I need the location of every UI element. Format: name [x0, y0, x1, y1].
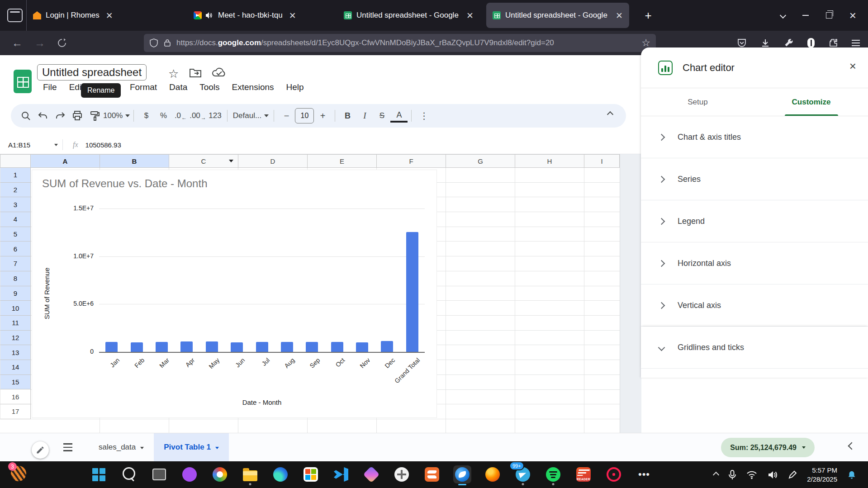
- decrease-font-size-button[interactable]: −: [278, 108, 295, 124]
- section-gridlines-and-ticks[interactable]: Gridlines and ticks: [641, 327, 868, 369]
- taskbar-icon-clipchamp[interactable]: [180, 465, 199, 483]
- reader-mode-icon[interactable]: [807, 38, 815, 48]
- taskbar-icon-opera-gx[interactable]: [605, 465, 623, 483]
- microphone-icon[interactable]: [728, 470, 736, 480]
- firefox-view-icon[interactable]: [7, 9, 23, 22]
- column-header-D[interactable]: D: [238, 154, 308, 168]
- all-sheets-icon[interactable]: [63, 443, 72, 451]
- taskbar-icon-chat[interactable]: 99+: [514, 465, 532, 483]
- row-header-10[interactable]: 10: [0, 301, 31, 316]
- browser-tab-2[interactable]: Meet - hao-tbki-tqu✕: [187, 0, 337, 31]
- row-header-8[interactable]: 8: [0, 271, 31, 286]
- downloads-icon[interactable]: [760, 38, 770, 48]
- row-header-3[interactable]: 3: [0, 197, 31, 212]
- taskbar-icon-designer[interactable]: [362, 465, 380, 483]
- chevron-right-icon[interactable]: [658, 302, 665, 309]
- undo-icon[interactable]: [34, 108, 52, 124]
- taskbar-icon-app-orange[interactable]: [423, 465, 441, 483]
- wifi-icon[interactable]: [746, 470, 757, 479]
- row-header-1[interactable]: 1: [0, 168, 31, 183]
- column-header-I[interactable]: I: [584, 154, 620, 168]
- row-header-2[interactable]: 2: [0, 183, 31, 198]
- embedded-chart[interactable]: SUM of Revenue vs. Date - Month SUM of R…: [32, 170, 437, 418]
- increase-decimal-button[interactable]: .00→: [189, 108, 206, 124]
- menu-file[interactable]: File: [43, 82, 57, 92]
- row-header-14[interactable]: 14: [0, 360, 31, 375]
- taskbar-icon-file-explorer[interactable]: [241, 465, 259, 483]
- tab-close-icon[interactable]: ✕: [106, 10, 113, 21]
- taskbar-icon-edge[interactable]: [271, 465, 289, 483]
- star-document-icon[interactable]: ☆: [168, 67, 179, 81]
- taskbar-overflow-item[interactable]: 3: [11, 466, 28, 483]
- extensions-puzzle-icon[interactable]: [828, 38, 838, 48]
- column-header-F[interactable]: F: [377, 154, 446, 168]
- format-percent-button[interactable]: %: [155, 108, 172, 124]
- row-header-5[interactable]: 5: [0, 227, 31, 242]
- taskbar-icon-search[interactable]: [120, 465, 138, 483]
- volume-icon[interactable]: [767, 470, 778, 479]
- more-formats-button[interactable]: 123: [206, 108, 223, 124]
- more-toolbar-icon[interactable]: ⋮: [415, 108, 432, 124]
- sheets-logo-icon[interactable]: [14, 70, 32, 93]
- row-header-12[interactable]: 12: [0, 331, 31, 346]
- column-header-G[interactable]: G: [446, 154, 515, 168]
- chevron-right-icon[interactable]: [658, 218, 665, 225]
- taskbar-icon-reader[interactable]: READER: [574, 465, 593, 483]
- chevron-right-icon[interactable]: [658, 175, 665, 183]
- url-bar[interactable]: https://docs.google.com/spreadsheets/d/1…: [144, 34, 656, 52]
- taskbar-icon-more[interactable]: •••: [635, 465, 653, 483]
- row-header-9[interactable]: 9: [0, 286, 31, 301]
- column-header-A[interactable]: A: [31, 154, 100, 168]
- sheet-tab-menu-icon[interactable]: [215, 447, 219, 449]
- sheet-tab-sales_data[interactable]: sales_data: [89, 433, 154, 461]
- text-color-button[interactable]: A: [390, 109, 408, 123]
- name-box[interactable]: A1:B15: [0, 141, 62, 149]
- back-button[interactable]: ←: [12, 37, 23, 49]
- print-icon[interactable]: [69, 108, 86, 124]
- collapse-right-icon[interactable]: [849, 442, 854, 450]
- chevron-down-icon[interactable]: [658, 344, 665, 351]
- row-header-7[interactable]: 7: [0, 256, 31, 271]
- menu-extensions[interactable]: Extensions: [232, 82, 274, 92]
- sheet-tab-pivot-table-1[interactable]: Pivot Table 1: [154, 433, 229, 461]
- section-chart-axis-titles[interactable]: Chart & axis titles: [641, 116, 868, 158]
- row-header-13[interactable]: 13: [0, 345, 31, 360]
- cloud-saved-icon[interactable]: [212, 67, 226, 79]
- section-vertical-axis[interactable]: Vertical axis: [641, 284, 868, 327]
- section-legend[interactable]: Legend: [641, 200, 868, 242]
- minimize-button[interactable]: [802, 15, 809, 16]
- tab-audio-icon[interactable]: [205, 12, 213, 19]
- move-folder-icon[interactable]: [189, 67, 202, 79]
- chevron-right-icon[interactable]: [658, 260, 665, 267]
- taskbar-icon-thunderbird[interactable]: [453, 465, 471, 483]
- redo-icon[interactable]: [52, 108, 69, 124]
- font-size-input[interactable]: 10: [295, 108, 314, 123]
- tab-close-icon[interactable]: ✕: [466, 10, 474, 21]
- decrease-decimal-button[interactable]: .0←: [172, 108, 189, 124]
- search-menus-icon[interactable]: [17, 108, 34, 124]
- pocket-icon[interactable]: [737, 38, 747, 48]
- row-header-6[interactable]: 6: [0, 242, 31, 256]
- taskbar-icon-firefox[interactable]: [484, 465, 502, 483]
- forward-button[interactable]: →: [34, 37, 45, 49]
- notification-bell-icon[interactable]: [847, 470, 856, 479]
- browser-tab-4[interactable]: Untitled spreadsheet - Google S✕: [486, 3, 629, 28]
- browser-tab-3[interactable]: Untitled spreadsheet - Google S✕: [337, 0, 480, 31]
- sheet-tab-menu-icon[interactable]: [140, 447, 144, 449]
- menu-data[interactable]: Data: [169, 82, 187, 92]
- column-header-H[interactable]: H: [515, 154, 584, 168]
- restore-button[interactable]: [826, 12, 832, 19]
- close-window-button[interactable]: ×: [849, 9, 856, 21]
- row-header-17[interactable]: 17: [0, 404, 31, 419]
- formula-bar-value[interactable]: 1050586.93: [85, 141, 121, 149]
- row-header-11[interactable]: 11: [0, 316, 31, 331]
- italic-button[interactable]: I: [356, 108, 373, 124]
- zoom-select[interactable]: 100%: [103, 108, 130, 124]
- taskbar-icon-spotify[interactable]: [544, 465, 562, 483]
- section-horizontal-axis[interactable]: Horizontal axis: [641, 242, 868, 284]
- row-header-15[interactable]: 15: [0, 375, 31, 390]
- increase-font-size-button[interactable]: +: [314, 108, 331, 124]
- tab-close-icon[interactable]: ✕: [616, 10, 623, 21]
- close-panel-icon[interactable]: ×: [849, 59, 856, 73]
- column-header-E[interactable]: E: [308, 154, 377, 168]
